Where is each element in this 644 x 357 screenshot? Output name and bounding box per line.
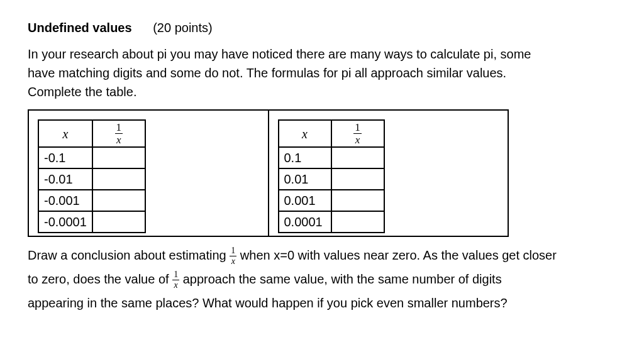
x-value: -0.01: [38, 168, 92, 190]
f-value: [331, 211, 384, 233]
x-value: -0.001: [38, 190, 92, 211]
fraction-one-over-x: 1 x: [230, 246, 236, 266]
x-value: -0.0001: [38, 211, 92, 233]
table-row: -0.0001: [38, 211, 145, 233]
col-header-one-over-x: 1 x: [92, 120, 145, 147]
intro-line: In your research about pi you may have n…: [28, 45, 616, 63]
tables-container: x 1 x -0.1 -0.01 -: [28, 109, 509, 237]
intro-line: Complete the table.: [28, 83, 616, 101]
f-value: [92, 211, 145, 233]
conclusion-line: appearing in the same places? What would…: [28, 291, 616, 315]
table-row: -0.01: [38, 168, 145, 190]
x-value: 0.1: [279, 147, 331, 168]
conclusion-line: to zero, does the value of 1 x approach …: [28, 267, 616, 291]
table-row: 0.1: [279, 147, 384, 168]
section-points: (20 points): [153, 21, 213, 35]
conclusion-line: Draw a conclusion about estimating 1 x w…: [28, 243, 616, 267]
x-value: 0.001: [279, 190, 331, 211]
col-header-x: x: [279, 120, 331, 147]
left-table-cell: x 1 x -0.1 -0.01 -: [29, 111, 269, 236]
fraction-one-over-x: 1 x: [172, 270, 179, 290]
f-value: [331, 168, 384, 190]
fraction-one-over-x: 1 x: [353, 122, 362, 145]
f-value: [92, 147, 145, 168]
col-header-one-over-x: 1 x: [331, 120, 384, 147]
table-row: -0.1: [38, 147, 145, 168]
f-value: [92, 168, 145, 190]
table-row: 0.01: [279, 168, 384, 190]
f-value: [92, 190, 145, 211]
intro-line: have matching digits and some do not. Th…: [28, 64, 616, 82]
f-value: [331, 190, 384, 211]
x-value: -0.1: [38, 147, 92, 168]
x-value: 0.0001: [279, 211, 331, 233]
table-row: 0.0001: [279, 211, 384, 233]
table-row: -0.001: [38, 190, 145, 211]
intro-paragraph: In your research about pi you may have n…: [28, 45, 616, 101]
col-header-x: x: [38, 120, 92, 147]
fraction-one-over-x: 1 x: [115, 122, 123, 145]
title-row: Undefined values (20 points): [28, 19, 616, 36]
conclusion-paragraph: Draw a conclusion about estimating 1 x w…: [28, 243, 616, 315]
table-row: 0.001: [279, 190, 384, 211]
x-value: 0.01: [279, 168, 331, 190]
right-table: x 1 x 0.1 0.01 0.0: [278, 119, 385, 233]
f-value: [331, 147, 384, 168]
right-table-cell: x 1 x 0.1 0.01 0.0: [269, 111, 508, 236]
left-table: x 1 x -0.1 -0.01 -: [38, 119, 146, 233]
section-title: Undefined values: [28, 21, 132, 35]
